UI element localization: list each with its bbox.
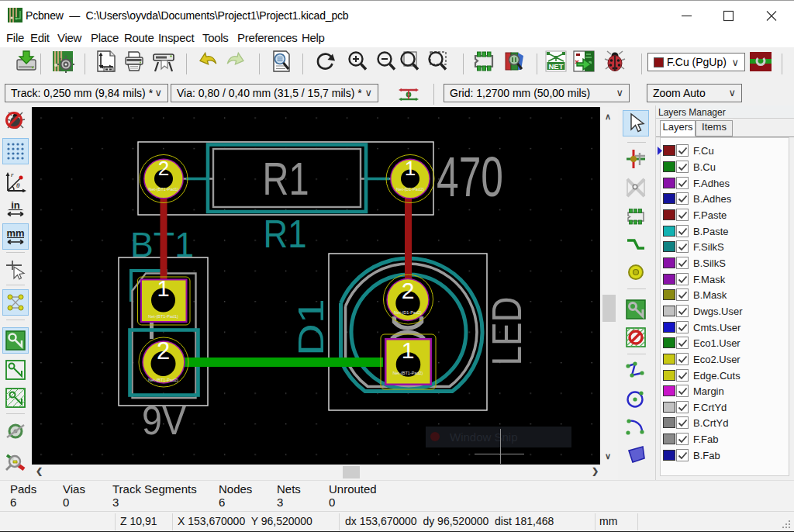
svg-text:9V: 9V bbox=[142, 399, 186, 443]
svg-text:2: 2 bbox=[157, 337, 170, 364]
svg-text:Net-(BT1-Pad2): Net-(BT1-Pad2) bbox=[148, 378, 178, 382]
svg-text:1: 1 bbox=[402, 337, 415, 363]
svg-text:Window Snip: Window Snip bbox=[450, 430, 518, 444]
svg-text:1: 1 bbox=[405, 157, 416, 180]
svg-text:NET: NET bbox=[549, 62, 564, 71]
svg-text:R1: R1 bbox=[263, 153, 309, 205]
svg-text:2: 2 bbox=[158, 157, 169, 180]
svg-text:r: r bbox=[11, 171, 14, 178]
svg-text:θ: θ bbox=[16, 181, 20, 189]
svg-text:LED: LED bbox=[483, 297, 530, 366]
svg-text:Net-(D1-Pad2): Net-(D1-Pad2) bbox=[394, 310, 422, 315]
svg-text:R1: R1 bbox=[264, 212, 307, 256]
svg-text:in: in bbox=[11, 199, 20, 211]
svg-text:1: 1 bbox=[157, 276, 169, 301]
svg-text:Net-(BT1-Pad1): Net-(BT1-Pad1) bbox=[149, 187, 179, 192]
svg-text:mm: mm bbox=[6, 227, 24, 239]
svg-text:470: 470 bbox=[437, 145, 503, 208]
svg-text:Net-(BT1-Pad1): Net-(BT1-Pad1) bbox=[148, 314, 178, 319]
svg-text:Net-(D1-Pad2): Net-(D1-Pad2) bbox=[396, 187, 424, 192]
svg-text:D1: D1 bbox=[291, 299, 331, 356]
svg-text:2: 2 bbox=[402, 278, 415, 303]
svg-text:Net-(BT1-Pad2): Net-(BT1-Pad2) bbox=[393, 371, 423, 375]
